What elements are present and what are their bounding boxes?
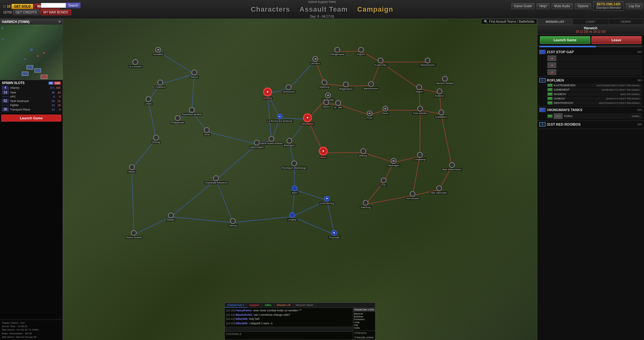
chat-tab-mission-all[interactable]: Mission-All [274, 303, 293, 308]
node-houffalize[interactable]: ✦ Houffalize [301, 113, 314, 125]
node-koblenz[interactable]: Koblenz [435, 88, 445, 97]
node-la-roche[interactable]: ✉ La Roche-En-Ardenne [267, 114, 293, 122]
node-saarburg[interactable]: Saarburg [360, 200, 372, 209]
node-st-vith[interactable]: St. Vith [333, 100, 343, 109]
node-trier[interactable]: Trier [380, 178, 387, 186]
node-longwy[interactable]: Longwy [287, 212, 297, 221]
node-treis-karden[interactable]: Treis-Karden [412, 106, 428, 115]
chat-message: [15:45] killa1945: i skipped 2 wars :o [226, 321, 352, 326]
node-kastellaun[interactable]: Kastellaun [435, 110, 447, 118]
node-namur[interactable]: Namur [190, 70, 199, 78]
leave-button[interactable]: Leave [591, 36, 642, 44]
node-durbuy[interactable]: ✦ Durbuy [263, 88, 273, 99]
get-credits-button[interactable]: GET CREDITS [13, 10, 40, 15]
my-war-bonds-button[interactable]: MY WAR BONDS [41, 10, 71, 15]
search-input[interactable] [41, 3, 66, 8]
node-charleville[interactable]: Charleville-Mézieres [204, 175, 228, 184]
chat-input-field[interactable] [225, 327, 353, 332]
chat-main: [16:28] FancyPants: wow close combat loo… [225, 308, 353, 340]
node-longkamp[interactable]: Longkamp [413, 152, 426, 161]
node-circle [425, 58, 430, 63]
node-weissenturm[interactable]: Weissenturm [420, 58, 436, 66]
build-info: Build : Eisenhower - 56730 [2, 332, 61, 335]
minimap-header: HARWICH (TOWN) × [0, 19, 63, 25]
node-neunagen[interactable]: ✉ Neunagen [387, 158, 400, 167]
node-daum[interactable]: ✉ Daum [381, 106, 389, 115]
node-recht[interactable]: Recht [323, 99, 330, 108]
node-root[interactable]: ✦ Root [319, 147, 328, 159]
node-label: Philippeville [170, 121, 185, 124]
node-la-louviere[interactable]: La Louvière [128, 59, 142, 68]
node-novelles[interactable]: ✉ Novelles [153, 47, 164, 56]
node-lobes[interactable]: Lobes [144, 96, 153, 105]
chat-tab-support[interactable]: Support [247, 303, 262, 308]
tab-debrif[interactable]: DEBRIF [608, 19, 644, 25]
svg-line-15 [192, 74, 194, 111]
node-thionville[interactable]: ⚑ Thionville [328, 230, 340, 239]
log-out-button[interactable]: Log Out [626, 3, 643, 9]
node-rethel[interactable]: Rethel [166, 212, 175, 221]
node-luxembourg[interactable]: ⚑ Luxembourg [319, 196, 335, 205]
node-hurtgenwald[interactable]: Hürtgenwald [330, 47, 345, 56]
node-mayen[interactable]: Mayen [415, 84, 424, 93]
tab-assault-team[interactable]: Assault Team [300, 5, 348, 14]
node-chimay[interactable]: Chimay [151, 135, 161, 144]
minimap-close-button[interactable]: × [58, 20, 61, 24]
svg-line-34 [327, 200, 334, 235]
squad-status: N/A [637, 108, 642, 111]
get-gold-button[interactable]: GET GOLD [11, 4, 33, 9]
server-time: Server Time : 16:48:16 [2, 325, 61, 328]
node-saint-hubert[interactable]: Saint-Hubert [249, 140, 265, 149]
node-hirson[interactable]: Hirson [127, 164, 136, 173]
tab-lobby[interactable]: LOBBY [573, 19, 608, 25]
find-assault-teams-bar[interactable]: 🔍 Find Assault Teams / Battlefields [481, 19, 537, 24]
war-name: War Name : War for Europe 98 [2, 335, 61, 339]
mute-audio-button[interactable]: Mute Audio [552, 3, 573, 9]
find-label: Find Assault Teams / Battlefields [489, 20, 534, 23]
node-philippeville[interactable]: Philippeville [170, 115, 185, 124]
node-bastogne[interactable]: Bastogne [283, 138, 295, 147]
node-florennes[interactable]: Florennes Airfield [181, 107, 202, 116]
node-malmedy[interactable]: Malmedy [319, 80, 330, 88]
help-button[interactable]: Help! [536, 3, 549, 9]
support-ticket-link[interactable]: Submit Support Ticket [308, 0, 336, 3]
launch-game-button[interactable]: Launch Game [540, 36, 590, 44]
node-stenay[interactable]: Stenay [229, 218, 238, 227]
node-rombach[interactable]: Rombach-Martelange [282, 161, 307, 169]
options-button[interactable]: Options [575, 3, 591, 9]
chat-tab-mission-team[interactable]: Mission-Team [293, 303, 316, 308]
node-verbomont[interactable]: Verbomont [282, 84, 296, 93]
node-label: Treis-Karden [412, 112, 428, 115]
node-blankenheim[interactable]: Blankenheim [363, 81, 379, 90]
node-verviers[interactable]: ✉ Verviers [310, 56, 321, 65]
launch-game-left[interactable]: Launch Game [1, 115, 61, 122]
node-hermeskeil[interactable]: Hermeskeil [406, 191, 419, 200]
minimap-canvas[interactable]: E D [0, 25, 63, 80]
node-label: Longkamp [413, 158, 426, 161]
tab-campaign[interactable]: Campaign [357, 5, 393, 14]
node-givet[interactable]: Givet [203, 127, 211, 136]
node-label: Bierdorf Airfield [436, 82, 454, 85]
node-charleroi[interactable]: Charleroi [155, 80, 166, 88]
node-zulpich[interactable]: Zülpich [356, 47, 366, 56]
node-idar[interactable]: Idar-Oberstein [430, 185, 447, 194]
tab-mission-list[interactable]: MISSION LIST [537, 19, 573, 25]
chat-tab-globalchat[interactable]: GlobalChat-3 [225, 303, 247, 308]
search-button[interactable]: Search [66, 3, 80, 8]
map-area[interactable]: ✉ Novelles Hürtgenwald Zülpich La Louviè… [63, 19, 537, 340]
node-butgenbach[interactable]: Bütgenbach [339, 82, 353, 90]
chat-tab-allies[interactable]: Allies [262, 303, 275, 308]
squad-member-dentparach: DENTPARACH DENTPARACH'S FIRST RIFLEMAN..… [547, 101, 642, 105]
node-euskirchen[interactable]: Euskirchen [374, 58, 387, 66]
find-icon: 🔍 [484, 20, 488, 23]
spawn-blue-infantry: 4 [2, 86, 9, 90]
node-bierdorf[interactable]: Bierdorf Airfield [436, 76, 454, 85]
node-arlon[interactable]: Arlon [291, 185, 298, 194]
tab-characters[interactable]: Characters [251, 5, 290, 14]
node-bitburg[interactable]: Bitburg [358, 148, 368, 157]
node-prum[interactable]: ✉ Prüm [366, 110, 373, 119]
harwich-title: Harwich [540, 26, 641, 30]
node-bad-sobernheim[interactable]: Bad Sobernheim [442, 162, 462, 171]
game-guide-button[interactable]: Game Guide [511, 3, 535, 9]
node-reims-airfield[interactable]: Reims Airfield [126, 230, 142, 239]
